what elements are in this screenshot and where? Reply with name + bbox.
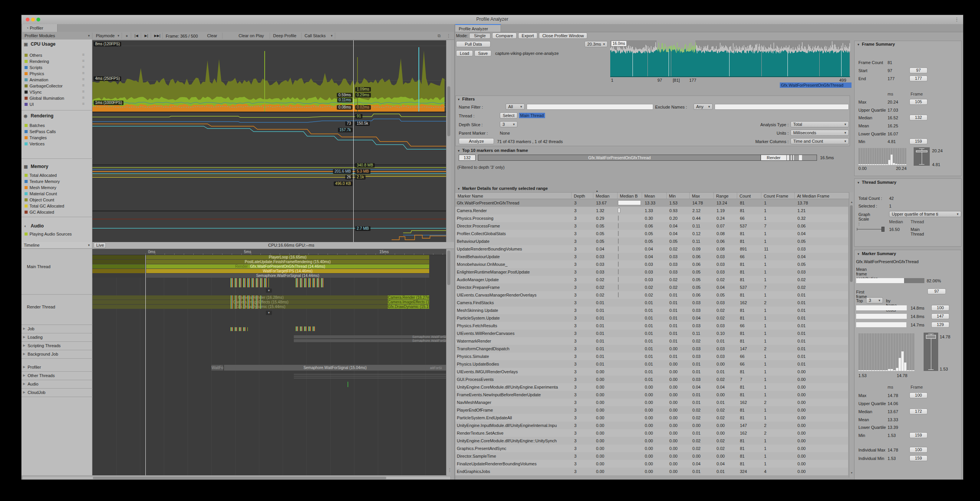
thread-row-main-thread[interactable]: Main Thread <box>21 255 92 295</box>
timeline-options-icon[interactable]: ⋮ <box>448 468 452 473</box>
profiler-semaphore-bar[interactable]: Semaphore.WaitForSignal (15.04ms) <box>224 365 446 371</box>
column-header-depth[interactable]: Depth <box>571 193 593 199</box>
thread-row-loading[interactable]: ▶Loading <box>21 333 92 342</box>
end-frame-button[interactable]: 177 <box>909 76 927 81</box>
timeline-bar-main-3[interactable]: WaitForTargetFPS (14.46ms) <box>146 269 429 273</box>
last-frame-button[interactable]: ▶▶| <box>152 33 163 39</box>
table-row[interactable]: UIEvents.WillRenderCanvases30.010.010.01… <box>455 330 848 337</box>
legend-drag-handle[interactable]: ≡ <box>82 95 84 100</box>
live-button[interactable]: Live <box>94 242 106 248</box>
expand-arrow-icon[interactable]: ▶ <box>23 382 25 386</box>
column-header-max[interactable]: Max <box>689 193 713 199</box>
table-row[interactable]: WatermarkRender30.010.010.010.020.018110… <box>455 337 848 345</box>
collapse-expander-icon[interactable]: ▼ <box>266 311 272 315</box>
column-header-at-median-frame[interactable]: At Median Frame <box>794 193 848 199</box>
marker-table-scrollbar-thumb[interactable] <box>850 205 853 282</box>
timeline-bar-main-2[interactable]: Gfx.WaitForPresentOnGfxThread (14.46ms) <box>146 264 429 269</box>
timeline-tracks[interactable]: PlayerLoop (16.65ms)PostLateUpdate.Finis… <box>92 255 446 475</box>
timeline-hscrollbar-thumb[interactable] <box>93 477 386 479</box>
legend-item-mesh-memory[interactable]: Mesh Memory <box>25 185 56 190</box>
top10-main-segment[interactable]: Gfx.WaitForPresentOnGfxThread <box>478 155 761 160</box>
profiler-semaphore-bar-left[interactable]: WaitForSig <box>211 365 223 371</box>
table-row[interactable]: BehaviourUpdate30.050.050.050.110.068110… <box>455 237 848 245</box>
legend-item-ui[interactable]: UI <box>25 102 34 107</box>
ms-cost-frame-button[interactable]: 100 <box>931 305 949 311</box>
analysis-type-dropdown[interactable]: Total <box>791 121 849 127</box>
charts-scrollbar[interactable] <box>446 40 451 242</box>
timeline-bar-render-bright-2[interactable]: Gfx.DrawDynamic (15.19ms) <box>388 305 429 309</box>
legend-item-object-count[interactable]: Object Count <box>25 198 54 202</box>
legend-item-scripts[interactable]: Scripts <box>25 65 43 70</box>
top10-fold[interactable]: Top 10 markers on median frame <box>457 148 528 153</box>
expand-arrow-icon[interactable]: ▶ <box>23 391 25 394</box>
window-menu-icon[interactable]: ⋮ <box>954 16 959 22</box>
module-header-memory[interactable]: ▦Memory <box>24 164 48 169</box>
table-row[interactable]: Profiler.CollectGlobalStats30.050.050.04… <box>455 230 848 237</box>
table-row[interactable]: MeshSkinning.Update30.010.010.010.030.02… <box>455 307 848 314</box>
marker-table-header[interactable]: Marker NameDepthMedianMedian BMeanMinMax… <box>455 192 849 199</box>
legend-drag-handle[interactable]: ≡ <box>82 58 84 63</box>
mode-export-button[interactable]: Export <box>518 33 537 39</box>
next-frame-button[interactable]: ▶| <box>142 33 151 39</box>
y-scale-dropdown[interactable]: 20.3ms <box>585 41 608 47</box>
column-header-marker-name[interactable]: Marker Name <box>455 193 571 199</box>
legend-drag-handle[interactable]: ≡ <box>82 71 84 75</box>
call-stacks-dropdown[interactable]: Call Stacks <box>302 33 335 39</box>
column-header-median[interactable]: Median <box>593 193 617 199</box>
table-row[interactable]: ParticleSystem.EndUpdateAll30.000.000.00… <box>455 414 848 422</box>
column-header-count-frame[interactable]: Count Frame <box>761 193 794 199</box>
exclude-mode-dropdown[interactable]: Any <box>693 104 713 110</box>
top10-render-segment[interactable]: Render <box>761 155 786 160</box>
module-header-rendering[interactable]: ◉Rendering <box>24 113 53 119</box>
marker-table-scrollbar[interactable]: ▲ ▼ <box>849 192 853 478</box>
table-row[interactable]: UnityEngine.CoreModule.dll!UnityEngine.E… <box>455 383 848 391</box>
legend-drag-handle[interactable]: ≡ <box>82 83 84 87</box>
legend-item-material-count[interactable]: Material Count <box>25 191 57 196</box>
table-row[interactable]: UIEvents.IMGUIRenderOverlays30.000.010.0… <box>455 368 848 376</box>
units-dropdown[interactable]: Milliseconds <box>791 130 849 136</box>
legend-item-playing-audio-sources[interactable]: Playing Audio Sources <box>25 232 72 236</box>
top10-frame-box[interactable]: 132 <box>459 155 476 161</box>
graph-scale-dropdown[interactable]: Upper quartile of frame ti <box>889 211 961 217</box>
table-row[interactable]: ParticleSystem.Update30.010.010.010.040.… <box>455 314 848 322</box>
expand-arrow-icon[interactable]: ▶ <box>23 344 25 347</box>
legend-item-texture-memory[interactable]: Texture Memory <box>25 179 60 184</box>
timeline-scrollbar[interactable]: ⋮ <box>446 249 451 476</box>
profiler-modules-dropdown[interactable]: Profiler Modules <box>22 33 92 39</box>
table-row[interactable]: NavMeshManager30.000.000.000.010.0116220… <box>455 399 848 406</box>
scroll-down-icon[interactable]: ▼ <box>850 471 853 474</box>
ms-individual-max-frame-button[interactable]: 100 <box>909 447 927 453</box>
table-row[interactable]: EndGraphicsJobs30.000.000.000.010.013244… <box>455 468 848 475</box>
column-header-median-b[interactable]: Median B <box>617 193 642 199</box>
table-row[interactable]: UnityEngine.InputModule.dll!UnityEngineI… <box>455 422 848 429</box>
column-header-min[interactable]: Min <box>666 193 689 199</box>
timeline-frame-line[interactable] <box>145 255 146 475</box>
frame-duration-chart[interactable] <box>610 40 850 77</box>
expand-arrow-icon[interactable]: ▶ <box>23 327 25 330</box>
thread-row-audio[interactable]: ▶Audio <box>21 380 92 389</box>
tab-profile-analyzer[interactable]: Profile Analyzer <box>455 24 501 32</box>
marker-summary-fold[interactable]: Marker Summary <box>857 251 896 256</box>
ms-individual-min-frame-button[interactable]: 159 <box>909 455 927 461</box>
profiler-charts[interactable]: 8ms (120FPS)4ms (250FPS)1ms (1000FPS)1.0… <box>92 40 446 242</box>
table-row[interactable]: FixedBehaviourUpdate30.030.040.030.060.0… <box>455 253 848 260</box>
timeline-bar-render-bright-1[interactable]: Camera.ImageEffects (15.26ms <box>388 300 429 304</box>
prev-frame-button[interactable]: |◀ <box>132 33 141 39</box>
ms-cost-frame-button[interactable]: 129 <box>931 322 949 328</box>
column-header-range[interactable]: Range <box>713 193 737 199</box>
table-row[interactable]: Director.SampleTime30.000.000.000.000.00… <box>455 452 848 460</box>
module-header-cpu-usage[interactable]: ▣CPU Usage <box>24 41 56 47</box>
mode-single-button[interactable]: Single <box>469 33 491 39</box>
top10-bar[interactable]: Gfx.WaitForPresentOnGfxThreadRender <box>478 155 817 161</box>
thread-row-other-threads[interactable]: ▶Other Threads <box>21 372 92 380</box>
marker-columns-dropdown[interactable]: Time and Count <box>791 138 849 144</box>
fs-median-frame-button[interactable]: 132 <box>909 115 927 120</box>
table-row[interactable]: Director.ProcessFrame30.050.060.040.110.… <box>455 222 848 230</box>
table-row[interactable]: AudioManager.Update30.020.030.020.050.02… <box>455 276 848 283</box>
ms-max-frame-button[interactable]: 100 <box>909 392 927 398</box>
depth-slice-dropdown[interactable]: 3 <box>500 121 517 127</box>
timeline-bar-main-1[interactable]: PostLateUpdate.FinishFrameRendering (15.… <box>146 260 429 264</box>
timeline-hscrollbar[interactable] <box>22 476 451 480</box>
legend-drag-handle[interactable]: ≡ <box>82 64 84 69</box>
legend-item-vsync[interactable]: VSync <box>25 90 42 94</box>
